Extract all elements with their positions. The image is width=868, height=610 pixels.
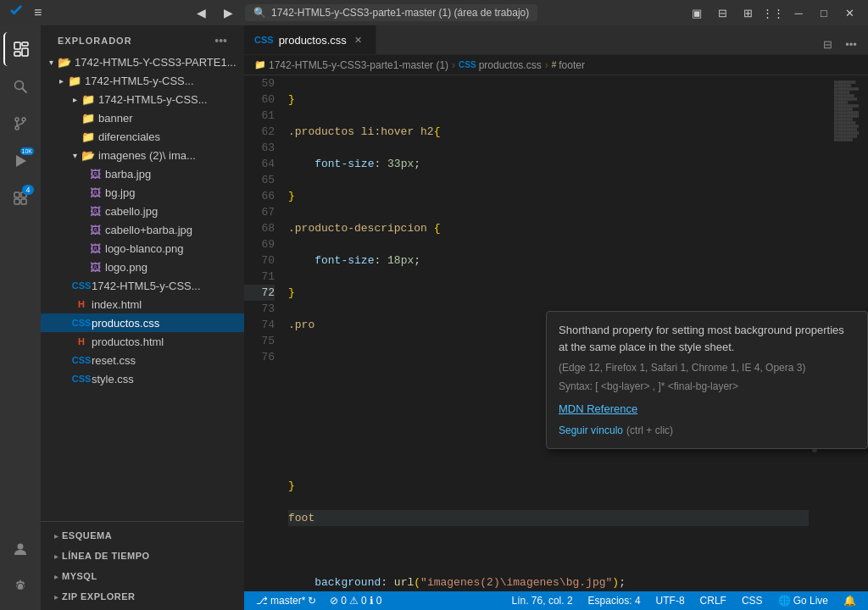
tree-item-logo-blanco[interactable]: 🖼 logo-blanco.png — [41, 239, 244, 258]
language-mode[interactable]: CSS — [738, 591, 766, 610]
sidebar-options[interactable]: ••• — [214, 34, 227, 47]
tree-label: banner — [98, 112, 237, 125]
status-bar-right: Lín. 76, col. 2 Espacios: 4 UTF-8 CRLF C… — [509, 591, 860, 610]
tree-item-root[interactable]: ▾ 📂 1742-HTML5-Y-CSS3-PARTE1... — [41, 53, 244, 71]
tree-item-productos-css[interactable]: CSS productos.css — [41, 313, 244, 332]
title-bar: ≡ ◀ ▶ 🔍 1742-HTML5-y-CSS3-parte1-master … — [0, 0, 868, 25]
warning-count: 0 — [361, 595, 367, 607]
editor-area: CSS productos.css ✕ ⊟ ••• 📁 1742-HTML5-y… — [244, 25, 868, 610]
split-editor-button[interactable]: ⊟ — [817, 34, 837, 54]
sidebar-bottom-panels: ▸ ESQUEMA ▸ LÍNEA DE TIEMPO ▸ MYSQL ▸ ZI… — [41, 521, 244, 610]
sidebar-tree: ▾ 📂 1742-HTML5-Y-CSS3-PARTE1... ▸ 📁 1742… — [41, 53, 244, 521]
tab-label: productos.css — [279, 34, 347, 47]
chevron-down-icon: ▾ — [44, 55, 58, 69]
panel-linea[interactable]: ▸ LÍNEA DE TIEMPO — [41, 546, 244, 566]
activity-settings[interactable] — [3, 569, 37, 603]
tree-item-bg[interactable]: 🖼 bg.jpg — [41, 183, 244, 202]
activity-explorer[interactable] — [3, 32, 37, 66]
line-ending[interactable]: CRLF — [697, 591, 730, 610]
tree-item-imagenes[interactable]: ▾ 📂 imagenes (2)\ ima... — [41, 146, 244, 164]
panel-label: LÍNEA DE TIEMPO — [62, 551, 150, 561]
error-indicator[interactable]: ⊘ 0 ⚠ 0 ℹ 0 — [326, 591, 385, 610]
breadcrumb-workspace[interactable]: 📁 1742-HTML5-y-CSS3-parte1-master (1) — [254, 59, 448, 71]
tree-item-diferenciales[interactable]: 📁 diferenciales — [41, 127, 244, 146]
tree-item-barba[interactable]: 🖼 barba.jpg — [41, 164, 244, 183]
chevron-down-icon: ▾ — [68, 148, 81, 162]
breadcrumb-selector[interactable]: # footer — [552, 59, 585, 71]
tree-item-banner[interactable]: 📁 banner — [41, 108, 244, 127]
activity-source-control[interactable] — [3, 107, 37, 141]
svg-rect-12 — [14, 199, 19, 204]
activity-extensions[interactable]: 4 — [3, 181, 37, 215]
tree-item-cabello-barba[interactable]: 🖼 cabello+barba.jpg — [41, 220, 244, 239]
tree-label: reset.css — [92, 354, 237, 367]
bell-icon: 🔔 — [843, 595, 856, 607]
hamburger-icon[interactable]: ≡ — [34, 5, 42, 20]
search-bar[interactable]: 🔍 1742-HTML5-y-CSS3-parte1-master (1) (á… — [245, 4, 537, 21]
tree-label: index.html — [92, 298, 237, 311]
tooltip-syntax: Syntax: [ <bg-layer> , ]* <final-bg-laye… — [559, 379, 855, 394]
tree-item-reset-css[interactable]: CSS reset.css — [41, 351, 244, 369]
activity-accounts[interactable] — [3, 532, 37, 566]
activity-run-debug[interactable]: 10K — [3, 144, 37, 178]
line-ending-label: CRLF — [700, 595, 726, 607]
error-count: 0 — [341, 595, 347, 607]
info-icon: ℹ — [370, 595, 374, 607]
branch-indicator[interactable]: ⎇ master* ↻ — [253, 591, 320, 610]
tooltip-shortcut: (ctrl + clic) — [626, 423, 673, 438]
panel-esquema[interactable]: ▸ ESQUEMA — [41, 525, 244, 546]
nav-back-button[interactable]: ◀ — [191, 3, 211, 23]
panel-zip[interactable]: ▸ ZIP EXPLORER — [41, 586, 244, 607]
tree-item-css1[interactable]: ▸ 📁 1742-HTML5-y-CSS... — [41, 71, 244, 90]
info-count: 0 — [376, 595, 382, 607]
sync-icon: ↻ — [308, 595, 316, 607]
tree-item-css3-file[interactable]: CSS 1742-HTML5-y-CSS... — [41, 276, 244, 295]
breadcrumb-workspace-label: 1742-HTML5-y-CSS3-parte1-master (1) — [269, 59, 448, 71]
minimize-button[interactable]: ─ — [788, 3, 809, 23]
go-live-button[interactable]: 🌐 Go Live — [775, 591, 832, 610]
folder-icon: 📁 — [68, 74, 81, 87]
tooltip-vinculo-text: Seguir vínculo — [559, 423, 623, 438]
tree-label: logo-blanco.png — [105, 242, 237, 255]
layout-btn3[interactable]: ⊞ — [737, 3, 758, 23]
tree-label: 1742-HTML5-y-CSS... — [98, 93, 237, 106]
folder-icon: 📁 — [81, 130, 95, 143]
tree-item-style-css[interactable]: CSS style.css — [41, 369, 244, 388]
tree-item-css2[interactable]: ▸ 📁 1742-HTML5-y-CSS... — [41, 90, 244, 108]
tab-productos-css[interactable]: CSS productos.css ✕ — [244, 25, 376, 54]
breadcrumb-selector-label: footer — [559, 59, 585, 71]
maximize-button[interactable]: □ — [814, 3, 834, 23]
tree-label: style.css — [92, 373, 237, 385]
close-button[interactable]: ✕ — [839, 3, 860, 23]
search-icon: 🔍 — [253, 7, 266, 19]
status-bar: ⎇ master* ↻ ⊘ 0 ⚠ 0 ℹ 0 Lín. 76, col. 2 — [244, 591, 868, 610]
tooltip-mdn-link[interactable]: MDN Reference — [559, 401, 855, 418]
layout-btn2[interactable]: ⊟ — [712, 3, 732, 23]
nav-forward-button[interactable]: ▶ — [218, 3, 238, 23]
encoding[interactable]: UTF-8 — [653, 591, 688, 610]
language-label: CSS — [742, 595, 763, 607]
search-text: 1742-HTML5-y-CSS3-parte1-master (1) (áre… — [271, 7, 529, 19]
cursor-position[interactable]: Lín. 76, col. 2 — [509, 591, 576, 610]
layout-btn4[interactable]: ⋮⋮ — [763, 3, 783, 23]
layout-btn1[interactable]: ▣ — [687, 3, 707, 23]
breadcrumb-file-label: productos.css — [479, 59, 542, 71]
css-file-icon: CSS — [75, 316, 88, 330]
indentation[interactable]: Espacios: 4 — [585, 591, 644, 610]
activity-search[interactable] — [3, 69, 37, 103]
tree-item-logo[interactable]: 🖼 logo.png — [41, 258, 244, 276]
tooltip-title: Shorthand property for setting most back… — [559, 322, 855, 355]
panel-mysql[interactable]: ▸ MYSQL — [41, 566, 244, 586]
tab-close-button[interactable]: ✕ — [352, 33, 365, 47]
notification-bell[interactable]: 🔔 — [840, 591, 860, 610]
activity-bar-bottom — [3, 532, 37, 603]
more-actions-button[interactable]: ••• — [841, 34, 861, 54]
tooltip-vinculo[interactable]: Seguir vínculo (ctrl + clic) — [559, 423, 855, 438]
breadcrumb-file[interactable]: CSS productos.css — [459, 59, 542, 71]
svg-marker-9 — [16, 155, 26, 167]
tree-item-cabello[interactable]: 🖼 cabello.jpg — [41, 202, 244, 220]
sidebar: EXPLORADOR ••• ▾ 📂 1742-HTML5-Y-CSS3-PAR… — [41, 25, 244, 610]
position-label: Lín. 76, col. 2 — [512, 595, 573, 607]
tree-item-productos-html[interactable]: H productos.html — [41, 332, 244, 351]
tree-item-index[interactable]: H index.html — [41, 295, 244, 313]
